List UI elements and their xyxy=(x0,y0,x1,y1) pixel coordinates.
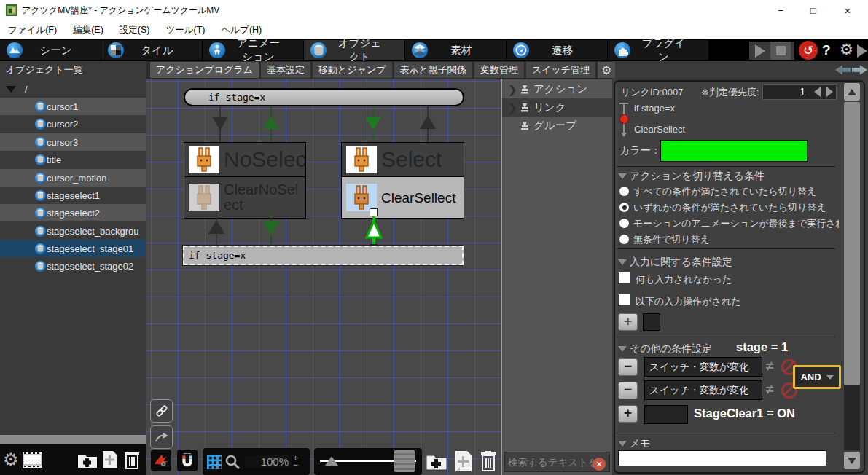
spinner-increase-icon[interactable] xyxy=(826,87,833,97)
tab-move-jump[interactable]: 移動とジャンプ xyxy=(313,62,392,78)
list-item[interactable]: stageselect_backgrou xyxy=(0,222,146,240)
new-condition-slot[interactable] xyxy=(644,405,688,424)
play-icon[interactable] xyxy=(755,44,765,58)
tab-display-parent[interactable]: 表示と親子関係 xyxy=(394,62,472,78)
action-node-select[interactable]: Select ClearSellect xyxy=(341,142,464,219)
action-row-clearnoselect[interactable]: ClearNoSelect xyxy=(184,177,305,218)
zoom-stepper[interactable]: + − xyxy=(293,455,298,468)
menu-settings[interactable]: 設定(S) xyxy=(112,24,158,36)
menu-help[interactable]: ヘルプ(H) xyxy=(214,24,270,36)
chevron-right-icon[interactable]: ❯ xyxy=(508,83,515,96)
priority-value[interactable]: 1 xyxy=(763,86,811,98)
tab-material[interactable]: 素材 xyxy=(405,40,506,60)
menu-file[interactable]: ファイル(F) xyxy=(0,24,65,36)
magnifier-icon[interactable] xyxy=(224,454,241,470)
reset-button[interactable]: ↺ xyxy=(799,41,818,60)
link-tool-button[interactable] xyxy=(150,399,173,423)
and-or-dropdown[interactable]: AND xyxy=(793,365,841,389)
remove-condition-button[interactable]: − xyxy=(618,382,638,399)
condition-type-field[interactable]: スイッチ・変数が変化 xyxy=(644,357,762,377)
animation-strip-icon[interactable] xyxy=(23,452,42,468)
curve-arrow-tool-button[interactable] xyxy=(150,425,173,449)
list-item[interactable]: stageselect2 xyxy=(0,204,146,221)
section-collapse-icon[interactable] xyxy=(618,259,627,265)
slider-handle-block[interactable] xyxy=(394,450,415,472)
tree-item-group[interactable]: グループ xyxy=(502,117,614,135)
tab-action-program[interactable]: アクションプログラム xyxy=(150,62,259,78)
action-node-noselect[interactable]: NoSelect ClearNoSelect xyxy=(184,142,306,219)
condition-node-top[interactable]: if stage=x xyxy=(184,88,464,106)
close-button[interactable]: × xyxy=(833,0,862,20)
checkbox-no-input[interactable] xyxy=(619,272,630,283)
snap-tool-button[interactable] xyxy=(177,450,198,471)
section-collapse-icon[interactable] xyxy=(618,173,627,179)
scroll-up-button[interactable] xyxy=(844,83,860,101)
action-row-noselect[interactable]: NoSelect xyxy=(184,143,305,177)
list-item[interactable]: cursor_motion xyxy=(0,169,146,187)
slider-thumb[interactable] xyxy=(325,456,338,466)
radio-all-conditions[interactable] xyxy=(619,187,629,196)
remove-condition-button[interactable]: − xyxy=(618,358,638,376)
scroll-down-button[interactable] xyxy=(844,452,860,469)
tab-settings-gear[interactable]: ⚙ xyxy=(598,62,615,78)
tab-object[interactable]: オブジェクト xyxy=(304,40,404,60)
radio-any-condition-selected[interactable] xyxy=(619,203,629,212)
list-item-selected[interactable]: stageselect_stage01 xyxy=(0,240,146,257)
menu-tools[interactable]: ツール(T) xyxy=(157,24,213,36)
tab-switch-mgmt[interactable]: スイッチ管理 xyxy=(526,62,595,78)
maximize-button[interactable]: □ xyxy=(799,0,828,20)
zoom-slider[interactable] xyxy=(314,448,422,475)
condition-type-field[interactable]: スイッチ・変数が変化 xyxy=(644,380,762,400)
action-program-canvas[interactable]: if stage=x NoSelect ClearNoSelect xyxy=(146,79,501,475)
mismatch-icon[interactable]: ≠ xyxy=(766,358,773,374)
condition-node-bottom-selected[interactable]: if stage=x xyxy=(183,246,464,265)
checkbox-label[interactable]: 何も入力されなかった xyxy=(636,273,732,286)
radio-label[interactable]: 無条件で切り替え xyxy=(633,233,710,246)
tab-basic-settings[interactable]: 基本設定 xyxy=(261,62,310,78)
tree-item-link-selected[interactable]: ❯ リンク xyxy=(502,98,614,117)
list-item[interactable]: stageselect_stage02 xyxy=(0,257,146,275)
scrollbar-track[interactable] xyxy=(844,385,860,450)
list-item[interactable]: cursor2 xyxy=(0,115,146,133)
add-folder-icon[interactable] xyxy=(77,452,98,468)
radio-label[interactable]: モーションのアニメーションが最後まで実行された xyxy=(633,217,839,230)
list-item[interactable]: title xyxy=(0,151,146,168)
settings-gear-button[interactable]: ⚙ xyxy=(840,41,853,58)
delete-trash-icon[interactable] xyxy=(124,451,140,469)
input-condition-slot[interactable] xyxy=(643,313,660,331)
collapse-arrow-icon[interactable] xyxy=(6,86,16,93)
chevron-right-icon[interactable]: ❯ xyxy=(508,101,515,114)
tree-root-row[interactable]: / xyxy=(0,80,146,98)
connector-handle-top[interactable] xyxy=(370,208,378,216)
radio-label[interactable]: すべての条件が満たされていたら切り替え xyxy=(633,185,816,198)
tab-plugin[interactable]: プラグイン xyxy=(608,40,708,60)
stop-button[interactable] xyxy=(770,42,791,60)
zoom-decrease-icon[interactable]: − xyxy=(293,462,298,468)
mismatch-icon[interactable]: ≠ xyxy=(766,382,773,398)
action-row-select[interactable]: Select xyxy=(342,143,464,177)
tree-item-action[interactable]: ❯ アクション xyxy=(502,80,614,98)
scrollbar-thumb[interactable] xyxy=(844,102,860,385)
spinner-decrease-icon[interactable] xyxy=(814,87,821,97)
help-button[interactable]: ? xyxy=(822,42,831,58)
section-collapse-icon[interactable] xyxy=(618,346,627,352)
run-icon[interactable] xyxy=(857,44,867,58)
list-item[interactable]: cursor3 xyxy=(0,133,146,151)
menu-edit[interactable]: 編集(E) xyxy=(65,24,112,36)
clear-search-icon[interactable]: ✕ xyxy=(593,458,606,471)
add-condition-button[interactable]: + xyxy=(618,405,638,423)
tab-animation[interactable]: アニメーション xyxy=(203,40,303,60)
zoom-level-field[interactable]: 100% xyxy=(245,455,292,468)
draw-tool-button[interactable] xyxy=(151,450,171,471)
add-item-icon[interactable] xyxy=(455,450,472,472)
tab-variable-mgmt[interactable]: 変数管理 xyxy=(474,62,524,78)
grid-toggle-icon[interactable] xyxy=(207,455,222,469)
add-item-icon[interactable] xyxy=(102,450,118,469)
tab-tile[interactable]: タイル xyxy=(101,40,202,60)
list-item[interactable]: stageselect1 xyxy=(0,187,146,204)
radio-label[interactable]: いずれかの条件が満たされていたら切り替え xyxy=(633,201,826,214)
radio-unconditional[interactable] xyxy=(619,235,629,244)
priority-spinner[interactable]: 1 xyxy=(762,84,837,100)
delete-trash-icon[interactable] xyxy=(480,450,497,472)
tab-scene[interactable]: シーン xyxy=(0,40,101,60)
